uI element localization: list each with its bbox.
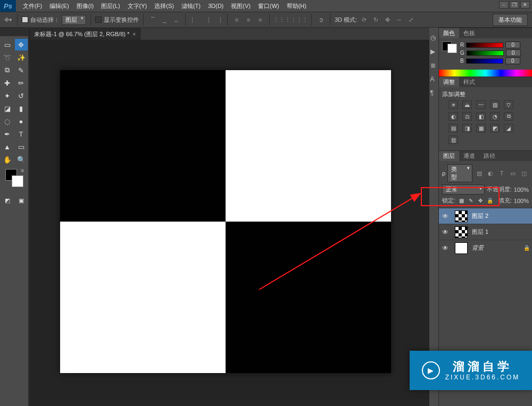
gradient-tool[interactable]: ▮ <box>15 103 28 114</box>
layer-name-label[interactable]: 图层 1 <box>472 228 488 236</box>
adj-brightness-icon[interactable]: ☀ <box>448 100 458 109</box>
hand-tool[interactable]: ✋ <box>1 154 14 165</box>
eyedropper-tool[interactable]: ✎ <box>15 64 28 76</box>
distribute-bottom-icon[interactable]: ≡ <box>255 15 265 24</box>
lock-all-icon[interactable]: 🔒 <box>486 197 494 205</box>
distribute-top-icon[interactable]: ≡ <box>232 15 242 24</box>
panel-color-swatches[interactable] <box>442 41 457 53</box>
channel-b-slider[interactable] <box>466 58 503 64</box>
adj-photofilter-icon[interactable]: ◔ <box>490 112 500 121</box>
window-close-button[interactable]: ✕ <box>520 1 530 9</box>
tab-layers[interactable]: 图层 <box>439 151 459 161</box>
adj-vibrance-icon[interactable]: ▽ <box>504 100 513 109</box>
document-canvas[interactable] <box>60 70 391 373</box>
align-right-icon[interactable]: ⎹ <box>213 15 223 24</box>
distribute-vcenter-icon[interactable]: ≡ <box>244 15 253 24</box>
crop-tool[interactable]: ⧉ <box>1 64 14 76</box>
adj-threshold-icon[interactable]: ◩ <box>490 124 500 132</box>
opacity-value[interactable]: 100% <box>514 187 529 193</box>
tab-paths[interactable]: 路径 <box>479 151 500 161</box>
adj-channelmixer-icon[interactable]: ⧉ <box>504 112 513 121</box>
distribute-right-icon[interactable]: ⋮⋮ <box>297 15 307 24</box>
align-hcenter-icon[interactable]: ⎹ <box>202 15 211 24</box>
document-tab[interactable]: 未标题-1 @ 66.7% (图层 2, RGB/8) * × <box>29 28 140 40</box>
swap-colors-icon[interactable]: ⤭ <box>20 168 24 173</box>
filter-smart-icon[interactable]: ◫ <box>520 168 529 178</box>
window-restore-button[interactable]: ❐ <box>510 1 519 9</box>
distribute-left-icon[interactable]: ⋮⋮ <box>274 15 284 24</box>
layer-thumbnail[interactable] <box>455 210 468 222</box>
dodge-tool[interactable]: ● <box>15 115 28 127</box>
menu-filter[interactable]: 滤镜(T) <box>178 0 204 12</box>
show-transform-checkbox[interactable]: 显示变换控件 <box>95 16 139 24</box>
adj-levels-icon[interactable]: ⛰ <box>462 100 472 109</box>
menu-file[interactable]: 文件(F) <box>19 0 46 12</box>
adj-colormap-icon[interactable]: ▤ <box>448 124 458 132</box>
window-minimize-button[interactable]: ‐ <box>499 1 509 9</box>
canvas-stage[interactable] <box>29 40 439 406</box>
adj-colorbalance-icon[interactable]: ⚖ <box>462 112 472 121</box>
blend-mode-dropdown[interactable]: 正常 <box>442 184 485 194</box>
lock-transparency-icon[interactable]: ▦ <box>458 197 465 205</box>
distribute-hcenter-icon[interactable]: ⋮⋮ <box>286 15 295 24</box>
adj-selective-icon[interactable]: ▥ <box>448 136 458 144</box>
path-selection-tool[interactable]: ▲ <box>1 141 14 153</box>
magic-wand-tool[interactable]: ✨ <box>15 52 28 63</box>
eraser-tool[interactable]: ◪ <box>1 103 14 114</box>
align-bottom-icon[interactable]: ⎽ <box>171 15 181 24</box>
adj-gradientmap-icon[interactable]: ◢ <box>504 124 513 132</box>
align-left-icon[interactable]: ⎸ <box>190 15 200 24</box>
channel-r-value[interactable]: 0 <box>505 41 520 48</box>
adj-curves-icon[interactable]: 〰 <box>476 100 486 109</box>
healing-brush-tool[interactable]: ✚ <box>1 77 14 89</box>
tab-color[interactable]: 颜色 <box>439 28 459 38</box>
3d-slide-icon[interactable]: ↔ <box>394 15 404 24</box>
menu-view[interactable]: 视图(V) <box>227 0 254 12</box>
zoom-tool[interactable]: 🔍 <box>15 154 28 165</box>
type-tool[interactable]: T <box>15 128 28 140</box>
visibility-toggle-icon[interactable]: 👁 <box>440 244 451 252</box>
layer-name-label[interactable]: 背景 <box>472 244 484 252</box>
history-panel-icon[interactable]: ◷ <box>430 34 438 41</box>
layer-row[interactable]: 👁 背景 🔒 <box>439 240 532 256</box>
lock-image-icon[interactable]: ✎ <box>467 197 475 205</box>
lasso-tool[interactable]: ➰ <box>1 52 14 63</box>
color-spectrum[interactable] <box>439 70 532 77</box>
adj-exposure-icon[interactable]: ▨ <box>490 100 500 109</box>
blur-tool[interactable]: ◌ <box>1 115 14 127</box>
channel-g-slider[interactable] <box>467 50 504 56</box>
layer-thumbnail[interactable] <box>455 242 468 254</box>
brush-tool[interactable]: ✏ <box>15 77 28 89</box>
lock-position-icon[interactable]: ✥ <box>477 197 484 205</box>
tab-channels[interactable]: 通道 <box>459 151 479 161</box>
tab-adjustments[interactable]: 调整 <box>439 77 459 87</box>
tab-swatches[interactable]: 色板 <box>459 28 479 38</box>
color-swatches[interactable]: ⤭ <box>5 169 23 187</box>
menu-help[interactable]: 帮助(H) <box>283 0 310 12</box>
clone-stamp-tool[interactable]: ✦ <box>1 90 14 102</box>
paragraph-panel-icon[interactable]: ¶ <box>430 89 438 97</box>
auto-select-checkbox[interactable]: ✔ 自动选择： <box>22 16 60 24</box>
quick-mask-icon[interactable]: ◩ <box>3 196 12 205</box>
layer-name-label[interactable]: 图层 2 <box>472 212 488 220</box>
3d-pan-icon[interactable]: ✥ <box>383 15 392 24</box>
marquee-tool[interactable]: ▭ <box>1 39 14 50</box>
layer-thumbnail[interactable] <box>455 226 468 238</box>
adj-posterize-icon[interactable]: ▦ <box>476 124 486 132</box>
filter-shape-icon[interactable]: ▭ <box>509 168 518 178</box>
channel-g-value[interactable]: 0 <box>506 49 521 56</box>
pen-tool[interactable]: ✒ <box>1 128 14 140</box>
layer-filter-kind-dropdown[interactable]: 类型 <box>447 164 472 182</box>
workspace-switcher[interactable]: 基本功能 <box>493 14 528 26</box>
actions-panel-icon[interactable]: ▶ <box>430 48 438 55</box>
background-color[interactable] <box>12 175 23 187</box>
menu-image[interactable]: 图像(I) <box>73 0 97 12</box>
adj-hue-icon[interactable]: ◐ <box>448 112 458 121</box>
close-tab-icon[interactable]: × <box>132 31 136 37</box>
filter-pixel-icon[interactable]: ▧ <box>475 168 484 178</box>
visibility-toggle-icon[interactable]: 👁 <box>440 213 451 220</box>
filter-type-icon[interactable]: T <box>497 168 506 178</box>
channel-b-value[interactable]: 0 <box>505 57 520 64</box>
adj-bw-icon[interactable]: ◧ <box>476 112 486 121</box>
3d-scale-icon[interactable]: ⤢ <box>406 15 415 24</box>
